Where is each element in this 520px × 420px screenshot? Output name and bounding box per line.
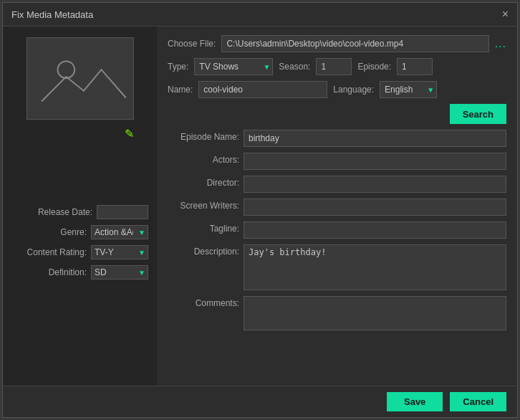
language-label: Language: xyxy=(333,85,374,95)
tagline-row: Tagline: xyxy=(168,221,506,239)
director-row: Director: xyxy=(168,176,506,193)
fix-media-metadata-dialog: Fix Media Metadata × ✎ Release Dat xyxy=(2,2,518,418)
title-bar: Fix Media Metadata × xyxy=(3,3,517,27)
episode-name-row: Episode Name: xyxy=(168,130,506,147)
screen-writers-input[interactable] xyxy=(244,199,506,216)
screen-writers-label: Screen Writers: xyxy=(168,199,239,211)
release-date-input[interactable] xyxy=(97,205,148,219)
edit-thumbnail-icon[interactable]: ✎ xyxy=(125,127,134,140)
cancel-button[interactable]: Cancel xyxy=(450,392,506,411)
description-textarea[interactable]: Jay's birthday! xyxy=(244,244,506,290)
definition-label: Definition: xyxy=(49,267,87,277)
genre-select-wrap: Action &Adv Comedy Drama ▼ xyxy=(91,225,148,239)
name-label: Name: xyxy=(168,85,193,95)
name-input[interactable] xyxy=(198,81,327,98)
definition-select-wrap: SD HD 4K ▼ xyxy=(91,265,148,280)
episode-input[interactable] xyxy=(397,58,433,75)
language-select[interactable]: English French Spanish xyxy=(380,81,437,98)
description-label: Description: xyxy=(168,244,239,257)
choose-file-label: Choose File: xyxy=(168,39,216,49)
file-path-input[interactable] xyxy=(221,35,488,52)
search-button[interactable]: Search xyxy=(450,104,506,124)
genre-select[interactable]: Action &Adv Comedy Drama xyxy=(91,225,148,239)
search-row: Search xyxy=(168,104,506,124)
type-season-episode-row: Type: TV Shows Movies ▼ Season: Episode: xyxy=(168,58,506,75)
actors-label: Actors: xyxy=(168,153,239,165)
save-button[interactable]: Save xyxy=(387,392,443,411)
content-rating-label: Content Rating: xyxy=(27,247,87,257)
director-label: Director: xyxy=(168,176,239,188)
genre-row: Genre: Action &Adv Comedy Drama ▼ xyxy=(11,225,148,239)
comments-row: Comments: xyxy=(168,296,506,330)
right-panel: Choose File: ... Type: TV Shows Movies ▼… xyxy=(157,27,517,386)
episode-label: Episode: xyxy=(357,62,391,72)
left-fields: Release Date: Genre: Action &Adv Comedy … xyxy=(11,205,148,280)
language-select-wrap: English French Spanish ▼ xyxy=(380,81,437,98)
release-date-label: Release Date: xyxy=(38,207,92,217)
content-rating-select-wrap: TV-Y TV-G TV-PG TV-14 TV-MA ▼ xyxy=(91,245,148,259)
comments-label: Comments: xyxy=(168,296,239,308)
dialog-title: Fix Media Metadata xyxy=(11,9,93,20)
tagline-label: Tagline: xyxy=(168,221,239,234)
edit-icon-wrap: ✎ xyxy=(27,127,134,140)
close-button[interactable]: × xyxy=(502,9,509,20)
content-rating-select[interactable]: TV-Y TV-G TV-PG TV-14 TV-MA xyxy=(91,245,148,259)
director-input[interactable] xyxy=(244,176,506,193)
definition-select[interactable]: SD HD 4K xyxy=(91,265,148,280)
left-panel: ✎ Release Date: Genre: Action &Adv Comed… xyxy=(3,27,157,386)
browse-file-button[interactable]: ... xyxy=(495,37,506,50)
content-rating-row: Content Rating: TV-Y TV-G TV-PG TV-14 TV… xyxy=(11,245,148,259)
dialog-body: ✎ Release Date: Genre: Action &Adv Comed… xyxy=(3,27,517,386)
screen-writers-row: Screen Writers: xyxy=(168,199,506,216)
name-language-row: Name: Language: English French Spanish ▼ xyxy=(168,81,506,98)
bottom-bar: Save Cancel xyxy=(3,386,517,417)
svg-rect-0 xyxy=(27,38,133,119)
choose-file-row: Choose File: ... xyxy=(168,35,506,52)
type-select[interactable]: TV Shows Movies xyxy=(194,58,273,75)
thumbnail-box xyxy=(27,37,134,120)
description-row: Description: Jay's birthday! xyxy=(168,244,506,290)
type-select-wrap: TV Shows Movies ▼ xyxy=(194,58,273,75)
episode-name-label: Episode Name: xyxy=(168,130,239,142)
episode-name-input[interactable] xyxy=(244,130,506,147)
release-date-row: Release Date: xyxy=(11,205,148,219)
genre-label: Genre: xyxy=(60,227,87,237)
definition-row: Definition: SD HD 4K ▼ xyxy=(11,265,148,280)
season-input[interactable] xyxy=(316,58,352,75)
tagline-input[interactable] xyxy=(244,221,506,239)
comments-textarea[interactable] xyxy=(244,296,506,330)
actors-input[interactable] xyxy=(244,153,506,170)
actors-row: Actors: xyxy=(168,153,506,170)
type-label: Type: xyxy=(168,62,188,72)
season-label: Season: xyxy=(279,62,310,72)
